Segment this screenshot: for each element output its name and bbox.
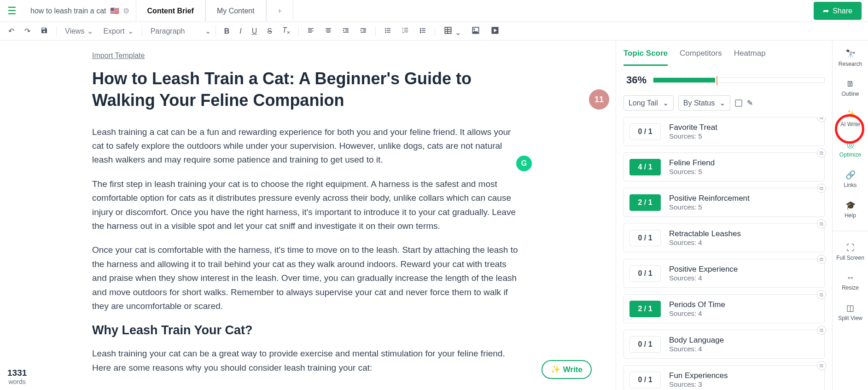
sidebar-outline[interactable]: 🗎Outline: [833, 77, 868, 99]
sidebar-research[interactable]: 🔭Research: [833, 47, 868, 69]
sidebar-optimize[interactable]: ◎Optimize: [833, 138, 868, 160]
align-center-icon[interactable]: [321, 24, 336, 39]
clear-format-icon[interactable]: T×: [279, 23, 294, 39]
undo-icon[interactable]: ↶: [5, 24, 18, 38]
redo-icon[interactable]: ↷: [21, 24, 34, 38]
sidebar-fullscreen[interactable]: ⛶Full Screen: [833, 241, 868, 263]
chevron-down-icon: ⌄: [128, 27, 134, 35]
import-template-link[interactable]: Import Template: [92, 52, 145, 59]
document-title-box[interactable]: how to leash train a cat 🇺🇸 ⚙: [24, 0, 136, 22]
flag-icon: 🇺🇸: [110, 6, 119, 15]
tab-add[interactable]: +: [266, 0, 293, 22]
paragraph-2[interactable]: The first step in leash training your ca…: [92, 177, 520, 233]
topic-card[interactable]: 0 / 1Favorite TreatSources: 5⧉: [623, 117, 825, 146]
export-dropdown[interactable]: Export⌄: [99, 25, 137, 37]
tool-sidebar: 🔭Research 🗎Outline ✨AI Write ◎Optimize 🔗…: [832, 41, 868, 390]
heading-why[interactable]: Why Leash Train Your Cat?: [92, 323, 520, 338]
export-label: Export: [103, 27, 124, 35]
sidebar-outline-label: Outline: [841, 91, 859, 97]
tab-heatmap[interactable]: Heatmap: [734, 49, 766, 66]
paragraph-3[interactable]: Once your cat is comfortable with the ha…: [92, 243, 520, 313]
sidebar-help[interactable]: 🎓Help: [833, 198, 868, 221]
suggestion-count-badge[interactable]: 11: [589, 89, 609, 110]
share-icon: ➦: [823, 6, 829, 15]
indent-icon[interactable]: [356, 24, 371, 39]
bystatus-dropdown[interactable]: By Status⌄: [678, 95, 730, 111]
save-icon[interactable]: [37, 24, 52, 39]
grammarly-icon[interactable]: G: [516, 156, 532, 171]
copy-icon[interactable]: ⧉: [817, 326, 826, 335]
copy-icon[interactable]: ⧉: [817, 290, 826, 299]
write-button[interactable]: ✨ Write: [542, 360, 592, 379]
tab-competitors[interactable]: Competitors: [680, 49, 722, 66]
views-dropdown[interactable]: Views⌄: [61, 25, 97, 37]
topic-name: Periods Of Time: [669, 300, 725, 309]
chevron-down-icon: ⌄: [205, 27, 211, 35]
number-list-icon[interactable]: [398, 24, 413, 39]
link-icon: 🔗: [845, 170, 856, 180]
topic-card[interactable]: 0 / 1Positive ExperienceSources: 4⧉: [623, 259, 825, 288]
topic-card[interactable]: 4 / 1Feline FriendSources: 5⧉: [623, 152, 825, 181]
split-icon: ◫: [846, 303, 854, 313]
paragraph-4[interactable]: Leash training your cat can be a great w…: [92, 347, 520, 375]
share-label: Share: [833, 7, 852, 15]
sidebar-splitview-label: Split View: [838, 315, 862, 321]
wand-icon: ✨: [551, 365, 560, 374]
panel-tabs: Topic Score Competitors Heatmap: [616, 41, 832, 66]
topic-name: Feline Friend: [669, 158, 715, 168]
longtail-dropdown[interactable]: Long Tail⌄: [623, 95, 674, 111]
word-count: 1331 words: [3, 363, 31, 390]
graduation-cap-icon: 🎓: [845, 200, 856, 210]
copy-icon[interactable]: ⧉: [817, 255, 826, 264]
italic-icon[interactable]: I: [236, 24, 245, 38]
editor-area[interactable]: Import Template How to Leash Train a Cat…: [0, 41, 616, 390]
strikethrough-icon[interactable]: S: [263, 24, 276, 38]
image-icon[interactable]: [467, 23, 484, 40]
sidebar-splitview[interactable]: ◫Split View: [833, 301, 868, 323]
topic-text: Retractable LeashesSources: 4: [669, 229, 741, 246]
checklist-icon[interactable]: [415, 24, 430, 39]
paragraph-dropdown[interactable]: Paragraph: [147, 25, 202, 37]
write-label: Write: [563, 365, 583, 374]
sidebar-aiwrite[interactable]: ✨AI Write: [833, 107, 868, 129]
sidebar-links-label: Links: [844, 182, 856, 188]
sidebar-resize[interactable]: ↔Resize: [833, 271, 868, 293]
article-title[interactable]: How to Leash Train a Cat: A Beginner's G…: [92, 68, 520, 111]
topic-count-badge: 0 / 1: [629, 336, 661, 353]
topic-card[interactable]: 2 / 1Positive ReinforcementSources: 5⧉: [623, 188, 825, 217]
topic-sources: Sources: 3: [669, 380, 728, 388]
menu-icon[interactable]: ☰: [0, 5, 24, 17]
tab-my-content[interactable]: My Content: [205, 0, 266, 22]
video-icon[interactable]: [487, 23, 503, 40]
sidebar-help-label: Help: [845, 212, 856, 219]
bullet-list-icon[interactable]: [380, 24, 395, 39]
topic-name: Positive Experience: [669, 265, 738, 274]
topic-count-badge: 2 / 1: [629, 301, 661, 317]
topic-count-badge: 0 / 1: [629, 372, 661, 388]
outdent-icon[interactable]: [338, 24, 353, 39]
share-button[interactable]: ➦ Share: [814, 2, 862, 20]
sidebar-links[interactable]: 🔗Links: [833, 168, 868, 190]
copy-icon[interactable]: ⧉: [817, 219, 826, 228]
gear-icon[interactable]: ⚙: [123, 6, 129, 15]
topic-count-badge: 2 / 1: [629, 194, 661, 211]
pencil-icon[interactable]: ✎: [747, 99, 753, 107]
topic-text: Positive ExperienceSources: 4: [669, 265, 738, 282]
tab-topic-score[interactable]: Topic Score: [623, 49, 668, 66]
paragraph-1[interactable]: Leash training a cat can be a fun and re…: [92, 125, 520, 167]
tab-content-brief[interactable]: Content Brief: [136, 0, 205, 22]
topic-card[interactable]: 2 / 1Periods Of TimeSources: 4⧉: [623, 294, 825, 323]
table-icon[interactable]: ⌄: [440, 23, 464, 40]
topic-card[interactable]: 0 / 1Fun ExperiencesSources: 3⧉: [623, 365, 825, 390]
copy-icon[interactable]: ⧉: [817, 361, 826, 370]
copy-icon[interactable]: ⧉: [817, 117, 826, 122]
underline-icon[interactable]: U: [248, 24, 261, 38]
copy-icon[interactable]: ⧉: [817, 148, 826, 157]
topic-name: Body Language: [669, 336, 724, 345]
copy-icon[interactable]: ⧉: [817, 184, 826, 193]
align-left-icon[interactable]: [303, 24, 318, 39]
topic-card[interactable]: 0 / 1Body LanguageSources: 4⧉: [623, 330, 825, 359]
filter-checkbox[interactable]: [735, 99, 742, 107]
bold-icon[interactable]: B: [221, 24, 233, 38]
topic-card[interactable]: 0 / 1Retractable LeashesSources: 4⧉: [623, 223, 825, 252]
